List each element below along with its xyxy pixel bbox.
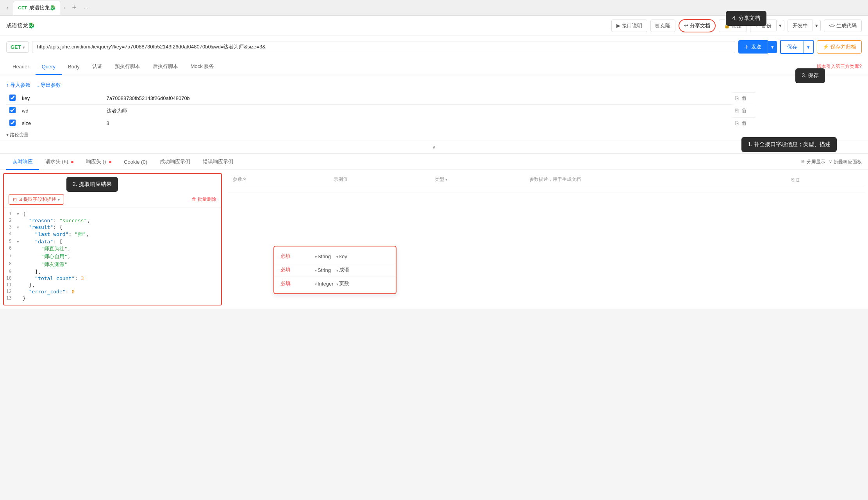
field-desc-3: 页数 [336, 280, 355, 287]
share-button[interactable]: ↩ 分享文档 [679, 19, 716, 32]
batch-delete-button[interactable]: 🗑 批量删除 [192, 196, 216, 203]
save-button-group: 保存 ▾ [780, 40, 814, 54]
field-type-1[interactable]: String [315, 254, 333, 259]
send-dropdown-arrow[interactable]: ▾ [768, 41, 777, 53]
param-delete-1[interactable]: 🗑 [741, 95, 747, 101]
code-line-6: 6 "师直为壮", [4, 245, 221, 253]
tab-method-label: GET [18, 5, 27, 10]
field-desc-label-3: 页数 [339, 280, 349, 287]
tab-back-button[interactable]: ‹ [3, 3, 11, 13]
response-tab-request-headers[interactable]: 请求头 (6) [39, 154, 80, 170]
response-headers-label: 响应头 () [86, 159, 106, 164]
extract-chevron-icon [58, 197, 60, 202]
param-checkbox-2[interactable] [9, 107, 16, 113]
col-actions-header: ⎘ 🗑 [787, 173, 865, 186]
code-line-2: 2 "reason": "success", [4, 217, 221, 224]
code-label: <> 生成代码 [829, 22, 857, 29]
tab-nav-header[interactable]: Header [6, 59, 36, 75]
response-actions: 🖥 分屏显示 ∨ 折叠响应面板 [800, 159, 862, 165]
params-actions: ↑ 导入参数 ↓ 导出参数 [6, 79, 862, 92]
save-dropdown-arrow[interactable]: ▾ [804, 41, 813, 53]
field-type-2[interactable]: String [315, 267, 333, 273]
table-row: key 7a70088730fb52143f26d0af048070b ⎘ 🗑 [6, 92, 862, 105]
tab-add-button[interactable]: + [69, 2, 79, 13]
response-headers-dot [109, 161, 111, 163]
tab-nav-pre-script[interactable]: 预执行脚本 [109, 58, 146, 75]
param-copy-2[interactable]: ⎘ [735, 107, 738, 114]
param-delete-2[interactable]: 🗑 [741, 107, 747, 114]
expand-arrow-icon[interactable]: ∨ [432, 144, 436, 150]
col-type: 类型 [430, 173, 525, 186]
response-tab-response-headers[interactable]: 响应头 () [80, 154, 118, 170]
param-value-2: 达者为师 [104, 105, 599, 117]
response-table-empty-row [228, 186, 865, 193]
field-info-row-3: 必填 Integer 页数 [274, 277, 396, 290]
method-select[interactable]: GET [6, 41, 29, 53]
col-type-label: 类型 [435, 177, 444, 182]
field-type-3[interactable]: Integer [315, 281, 333, 287]
extract-fields-button[interactable]: ⊡ ⊡ 提取字段和描述 [9, 194, 64, 205]
response-tab-success-example[interactable]: 成功响应示例 [154, 154, 196, 170]
field-type-label-3: Integer [318, 281, 333, 287]
code-line-1: 1 ▾ { [4, 211, 221, 217]
backup-dropdown-arrow[interactable]: ▾ [776, 20, 784, 31]
save-all-button[interactable]: ⚡ 保存并归档 [817, 40, 862, 54]
send-label: 发送 [751, 43, 761, 50]
code-line-4: 4 "last_word": "师", [4, 230, 221, 238]
response-left-toolbar: ⊡ ⊡ 提取字段和描述 🗑 批量删除 [4, 192, 221, 207]
param-checkbox-1[interactable] [9, 95, 16, 101]
field-type-chevron-1 [315, 254, 317, 259]
field-desc-label-2: 成语 [339, 266, 349, 273]
send-button-group: ✈ 发送 ▾ [738, 40, 777, 54]
code-line-9: 9 ], [4, 268, 221, 275]
share-label: 分享文档 [690, 22, 710, 29]
save-button[interactable]: 保存 [781, 41, 804, 53]
request-headers-dot [71, 161, 73, 163]
tab-nav-post-script[interactable]: 后执行脚本 [146, 58, 184, 75]
response-tab-error-example[interactable]: 错误响应示例 [196, 154, 239, 170]
field-required-2: 必填 [280, 266, 312, 273]
dev-dropdown-arrow[interactable]: ▾ [813, 20, 821, 31]
field-type-chevron-2 [315, 267, 317, 273]
api-doc-button[interactable]: ▶ 接口说明 [611, 20, 647, 32]
param-name-2: wd [19, 105, 104, 117]
param-checkbox-3[interactable] [9, 120, 16, 126]
field-type-chevron-3 [315, 281, 317, 287]
clone-button[interactable]: ⎘ 克隆 [650, 20, 675, 32]
tab-nav-auth[interactable]: 认证 [86, 58, 109, 75]
tab-more-button[interactable]: ··· [81, 3, 91, 12]
tab-item-main[interactable]: GET 成语接龙🐉 [13, 1, 61, 15]
code-editor: 1 ▾ { 2 "reason": "success", 3 [4, 207, 221, 305]
url-input[interactable] [32, 41, 736, 53]
path-variables-row[interactable]: ▾ 路径变量 [6, 129, 862, 141]
dev-button[interactable]: 开发中 [788, 20, 813, 32]
param-copy-1[interactable]: ⎘ [735, 95, 738, 101]
share-icon: ↩ [684, 23, 688, 29]
field-info-overlay: 必填 String key 必填 String [273, 246, 396, 294]
field-info-row-2: 必填 String 成语 [274, 263, 396, 277]
import-params-button[interactable]: ↑ 导入参数 [6, 82, 30, 89]
params-table: key 7a70088730fb52143f26d0af048070b ⎘ 🗑 … [6, 92, 862, 129]
param-name-1: key [19, 92, 104, 105]
extract-icon: ⊡ [13, 197, 17, 202]
code-line-7: 7 "师心自用", [4, 253, 221, 261]
col-desc: 参数描述，用于生成文档 [525, 173, 787, 186]
export-params-button[interactable]: ↓ 导出参数 [37, 82, 61, 89]
collapse-panel-button[interactable]: ∨ 折叠响应面板 [829, 159, 862, 165]
tab-nav-mock[interactable]: Mock 服务 [184, 58, 221, 75]
param-delete-3[interactable]: 🗑 [741, 120, 747, 126]
method-label: GET [11, 44, 21, 50]
param-name-3: size [19, 117, 104, 130]
field-type-label-2: String [318, 267, 331, 273]
response-tab-realtime[interactable]: 实时响应 [6, 154, 39, 170]
generate-code-button[interactable]: <> 生成代码 [824, 20, 862, 32]
param-copy-3[interactable]: ⎘ [735, 120, 738, 126]
field-required-3: 必填 [280, 280, 312, 287]
split-display-button[interactable]: 🖥 分屏显示 [800, 159, 825, 165]
tab-arrow-button[interactable]: › [63, 3, 67, 12]
response-table: 参数名 示例值 类型 参数描述，用于生成文档 ⎘ 🗑 [228, 173, 865, 193]
send-button[interactable]: ✈ 发送 [738, 40, 768, 54]
response-tab-cookie[interactable]: Cookie (0) [118, 155, 154, 170]
tab-nav-body[interactable]: Body [62, 59, 86, 75]
tab-nav-query[interactable]: Query [36, 59, 62, 75]
